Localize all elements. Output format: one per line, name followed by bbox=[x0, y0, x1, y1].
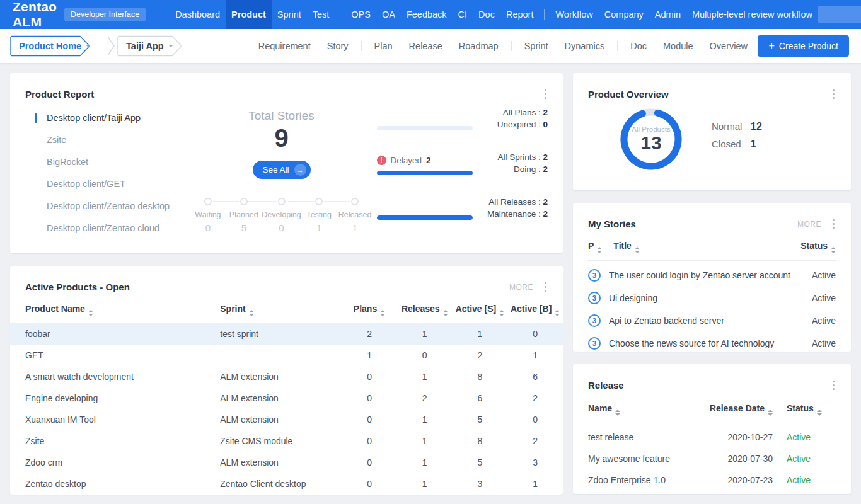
col-active-b[interactable]: Active [B] bbox=[507, 297, 563, 323]
breadcrumb-taiji-app[interactable]: Taiji App bbox=[117, 35, 187, 57]
closed-label: Closed bbox=[712, 139, 751, 149]
app-logo[interactable]: Zentao ALM bbox=[13, 0, 57, 30]
nav-item-oa[interactable]: OA bbox=[376, 0, 401, 29]
alert-icon: ! bbox=[377, 156, 386, 165]
kebab-menu-icon[interactable] bbox=[543, 281, 548, 293]
nav-item-admin[interactable]: Admin bbox=[649, 0, 686, 29]
tab-module[interactable]: Module bbox=[655, 41, 702, 51]
tab-doc[interactable]: Doc bbox=[622, 41, 655, 51]
col-active-s[interactable]: Active [S] bbox=[453, 297, 508, 323]
product-list-item[interactable]: Desktop client/GET bbox=[47, 178, 190, 191]
story-row[interactable]: 3 Api to Zentao backend server Active bbox=[573, 309, 851, 332]
table-row[interactable]: ZsiteZsite CMS module 01 82 bbox=[10, 430, 563, 452]
nav-item-report[interactable]: Report bbox=[500, 0, 540, 29]
sprints-progress-bar bbox=[377, 171, 473, 175]
col-priority[interactable]: P bbox=[588, 241, 602, 253]
product-list-item[interactable]: Desktop client/Zentao cloud bbox=[47, 222, 190, 235]
col-release-date[interactable]: Release Date bbox=[710, 403, 773, 416]
nav-item-workflow[interactable]: Workflow bbox=[550, 0, 598, 29]
sort-icon[interactable] bbox=[635, 247, 640, 253]
sort-icon[interactable] bbox=[380, 310, 385, 316]
nav-item-ci[interactable]: CI bbox=[453, 0, 473, 29]
release-row[interactable]: My awesome feature 2020-07-30 Active bbox=[573, 448, 851, 469]
col-plans[interactable]: Plans bbox=[342, 297, 397, 323]
status-label: Active bbox=[812, 270, 836, 280]
nav-item-ops[interactable]: OPS bbox=[345, 0, 376, 29]
normal-value: 12 bbox=[751, 121, 762, 132]
nav-item-test[interactable]: Test bbox=[307, 0, 335, 29]
kebab-menu-icon[interactable] bbox=[543, 88, 548, 100]
kebab-menu-icon[interactable] bbox=[831, 88, 836, 100]
release-row[interactable]: Zdoo Enterprise 1.0 2020-07-23 Active bbox=[573, 469, 851, 491]
sort-icon[interactable] bbox=[88, 310, 93, 316]
sort-icon[interactable] bbox=[555, 310, 560, 316]
see-all-button[interactable]: See All → bbox=[253, 161, 311, 179]
product-list-item[interactable]: Zsite bbox=[47, 134, 190, 147]
table-row[interactable]: Zdoo crmALM extension 01 53 bbox=[10, 452, 563, 473]
sort-icon[interactable] bbox=[443, 310, 448, 316]
nav-item-dashboard[interactable]: Dashboard bbox=[170, 0, 226, 29]
product-list-item[interactable]: Desktop client/Taiji App bbox=[47, 112, 190, 125]
overview-legend: Normal 12 Closed 1 bbox=[712, 121, 762, 156]
col-status[interactable]: Status bbox=[800, 241, 836, 253]
tab-plan[interactable]: Plan bbox=[366, 41, 401, 51]
nav-item-review-workflow[interactable]: Multiple-level review workflow bbox=[686, 0, 818, 29]
nav-item-sprint[interactable]: Sprint bbox=[272, 0, 307, 29]
table-row[interactable]: Xuanxuan IM ToolALM extension 01 50 bbox=[10, 409, 563, 430]
tab-dynamics[interactable]: Dynamics bbox=[557, 41, 613, 51]
story-row[interactable]: 3 Choose the news source for AI technolo… bbox=[573, 332, 851, 355]
sort-icon[interactable] bbox=[597, 247, 602, 253]
search-input[interactable] bbox=[818, 6, 861, 23]
table-row[interactable]: Engine developingALM extension 02 62 bbox=[10, 387, 563, 409]
table-row[interactable]: foobartest sprint 21 10 bbox=[10, 323, 563, 345]
product-overview-card: Product Overview All Products 13 bbox=[573, 73, 851, 190]
tab-release[interactable]: Release bbox=[401, 41, 451, 51]
closed-value: 1 bbox=[751, 139, 756, 150]
col-sprint[interactable]: Sprint bbox=[220, 297, 342, 323]
table-row[interactable]: A smart watch developmentALM extension 0… bbox=[10, 366, 563, 387]
nav-item-product[interactable]: Product bbox=[226, 0, 272, 29]
col-product-name[interactable]: Product Name bbox=[10, 297, 220, 323]
sort-icon[interactable] bbox=[615, 410, 620, 416]
status-label: Active bbox=[787, 454, 836, 464]
product-list-item[interactable]: BigRocket bbox=[47, 156, 190, 169]
main-content: Product Report Desktop client/Taiji App … bbox=[0, 63, 861, 504]
kebab-menu-icon[interactable] bbox=[831, 379, 836, 391]
nav-item-doc[interactable]: Doc bbox=[473, 0, 500, 29]
nav-item-company[interactable]: Company bbox=[599, 0, 649, 29]
active-products-title: Active Products - Open bbox=[25, 282, 130, 292]
tab-roadmap[interactable]: Roadmap bbox=[451, 41, 507, 51]
more-link[interactable]: MORE bbox=[797, 220, 821, 229]
more-link[interactable]: MORE bbox=[509, 283, 533, 292]
sort-icon[interactable] bbox=[768, 410, 773, 416]
story-row[interactable]: 3 Ui designing Active bbox=[573, 287, 851, 309]
priority-badge: 3 bbox=[588, 292, 601, 304]
step-dot-icon bbox=[278, 198, 286, 205]
tab-overview[interactable]: Overview bbox=[702, 41, 756, 51]
col-title[interactable]: Title bbox=[613, 241, 640, 253]
product-report-card: Product Report Desktop client/Taiji App … bbox=[10, 73, 563, 253]
sort-icon[interactable] bbox=[499, 310, 504, 316]
nav-item-feedback[interactable]: Feedback bbox=[401, 0, 453, 29]
breadcrumb-label: Product Home bbox=[19, 41, 81, 51]
col-releases[interactable]: Releases bbox=[397, 297, 453, 323]
report-meters: All Plans : 2 Unexpired : 0 ! Delayed 2 bbox=[373, 100, 548, 238]
sort-icon[interactable] bbox=[249, 310, 254, 316]
arrow-right-icon: → bbox=[294, 164, 306, 176]
table-row[interactable]: GET 10 21 bbox=[10, 345, 563, 366]
sort-icon[interactable] bbox=[831, 247, 836, 253]
tab-sprint[interactable]: Sprint bbox=[516, 41, 557, 51]
tab-requirement[interactable]: Requirement bbox=[250, 41, 319, 51]
product-list-item[interactable]: Desktop client/Zentao desktop bbox=[47, 200, 190, 213]
release-row[interactable]: test release 2020-10-27 Active bbox=[573, 427, 851, 448]
kebab-menu-icon[interactable] bbox=[831, 218, 836, 230]
col-name[interactable]: Name bbox=[588, 403, 620, 416]
sort-icon[interactable] bbox=[817, 410, 822, 416]
table-row[interactable]: Zentao desktopZentao Client desktop 01 3… bbox=[10, 473, 563, 495]
col-status[interactable]: Status bbox=[787, 403, 836, 416]
tab-story[interactable]: Story bbox=[319, 41, 357, 51]
breadcrumb-product-home[interactable]: Product Home bbox=[10, 35, 105, 57]
create-product-button[interactable]: + Create Product bbox=[758, 35, 849, 57]
global-search: GO! bbox=[818, 6, 861, 23]
story-row[interactable]: 3 The user could login by Zentao server … bbox=[573, 264, 851, 287]
